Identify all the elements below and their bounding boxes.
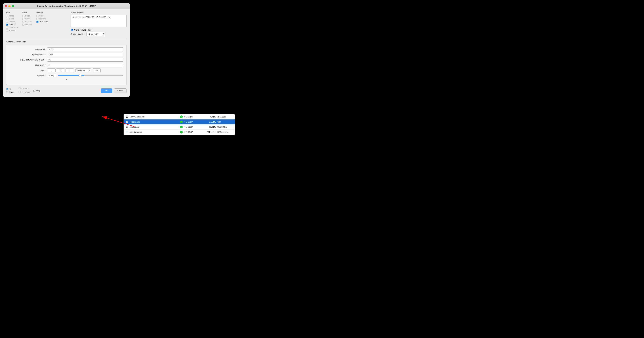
node-faces-label: Node faces: [10, 48, 45, 50]
file-row-nxz[interactable]: 📄 suigaihi.nxz ✓ 今日 23:07 27.1 MB 書類: [124, 119, 234, 125]
wedge-normal-checkbox[interactable]: [36, 18, 38, 20]
mtl-size: 241 バイト: [204, 131, 216, 133]
collapse-arrow[interactable]: ▼: [10, 79, 124, 80]
polygonal-label: Polygonal: [22, 91, 30, 93]
radio-all[interactable]: [6, 88, 8, 90]
texture-name-input[interactable]: Scaniverse_2023_08_07_145151.jpg: [71, 15, 127, 27]
title-bar: Choose Saving Options for: 'Scaniverse_2…: [3, 3, 130, 9]
nxz-size: 27.1 MB: [204, 121, 216, 123]
face-quality-item: Quality: [22, 20, 32, 23]
action-buttons: OK Cancel: [101, 88, 127, 93]
top-node-faces-input[interactable]: [47, 53, 124, 56]
jpg-filename: Scaniv...5151.jpg: [130, 116, 179, 118]
wedge-texcoord-checkbox[interactable]: [36, 21, 38, 23]
obj-status: ✓: [180, 126, 183, 128]
view-pos-chevron: ⬡: [88, 69, 90, 71]
save-texture-checkbox[interactable]: [71, 29, 73, 31]
nxz-type: 書類: [217, 121, 233, 123]
face-normal-checkbox[interactable]: [22, 24, 24, 26]
skip-levels-label: Skip levels: [10, 64, 45, 66]
vert-flags-checkbox[interactable]: [6, 15, 8, 17]
origin-z-input[interactable]: [65, 68, 74, 72]
dialog-body: Vert Flags Color Quality: [3, 9, 130, 97]
vert-label: Vert: [6, 11, 18, 14]
stepper-up-button[interactable]: ▲: [102, 32, 105, 34]
node-faces-input[interactable]: [47, 47, 124, 51]
section-divider: [6, 38, 127, 39]
jpg-type: JPEG画像: [217, 116, 233, 118]
get-button[interactable]: Get: [93, 68, 100, 72]
vert-texcoord-checkbox[interactable]: [6, 26, 8, 28]
stepper-buttons: ▲ ▼: [102, 32, 105, 36]
bottom-section: All None Camera Polygonal H: [6, 87, 127, 94]
file-row-jpg[interactable]: 🖼 Scaniv...5151.jpg ✓ 今日 23:06 6.8 MB JP…: [124, 114, 234, 119]
cancel-button[interactable]: Cancel: [114, 88, 127, 93]
top-node-faces-label: Top node faces: [10, 53, 45, 56]
origin-y-input[interactable]: [56, 68, 65, 72]
vert-quality-item: Quality: [6, 20, 18, 23]
close-button[interactable]: [5, 5, 7, 7]
left-checks: Vert Flags Color Quality: [6, 11, 48, 36]
file-row-obj[interactable]: 🖼 suigaihi.obj ✓ 今日 22:37 11.2 MB OBJ 3D…: [124, 125, 234, 130]
dialog-title: Choose Saving Options for: 'Scaniverse_2…: [37, 5, 96, 7]
face-flags-checkbox[interactable]: [22, 15, 24, 17]
texture-section: Texture Name Scaniverse_2023_08_07_14515…: [71, 11, 127, 36]
save-texture-row: Save Texture File(s): [71, 29, 127, 31]
vert-normal-checkbox[interactable]: [6, 24, 8, 26]
adaptive-row: Adaptive: [10, 74, 124, 77]
origin-x-input[interactable]: [47, 68, 56, 72]
top-node-faces-row: Top node faces: [10, 53, 124, 56]
additional-title: Additional Parameters: [6, 40, 127, 43]
wedge-color-checkbox[interactable]: [36, 15, 38, 17]
vert-texcoord-label: TexCoord: [9, 26, 18, 29]
adaptive-value-input[interactable]: [47, 74, 56, 77]
vert-radius-checkbox[interactable]: [6, 29, 8, 31]
wedge-color-item: Color: [36, 15, 48, 17]
face-normal-item: Normal: [22, 23, 32, 26]
texture-name-title: Texture Name: [71, 11, 127, 14]
mtl-filename: suigaihi.obj.mtl: [130, 131, 179, 133]
vert-quality-checkbox[interactable]: [6, 21, 8, 23]
jpeg-quality-input[interactable]: [47, 58, 124, 62]
texture-quality-stepper[interactable]: -1 (default) ▲ ▼: [86, 32, 105, 36]
jpg-size: 6.8 MB: [204, 116, 216, 118]
radio-group: All None: [6, 88, 14, 93]
face-flags-label: Flags: [25, 15, 30, 17]
jpg-icon: 🖼: [126, 115, 128, 118]
vert-color-checkbox[interactable]: [6, 18, 8, 20]
minimize-button[interactable]: [8, 5, 10, 7]
ok-button[interactable]: OK: [101, 88, 112, 93]
face-quality-checkbox[interactable]: [22, 21, 24, 23]
obj-icon: 🖼: [126, 126, 128, 128]
texture-quality-value: -1 (default): [87, 32, 102, 36]
origin-inputs: View Pos. ⬡ Get: [47, 68, 124, 72]
radio-all-item: All: [6, 88, 14, 90]
file-row-mtl[interactable]: 📄 suigaihi.obj.mtl ✓ 今日 22:37 241 バイト OB…: [124, 130, 234, 135]
maximize-button[interactable]: [12, 5, 14, 7]
face-color-item: Color: [22, 17, 32, 20]
radio-none[interactable]: [6, 91, 8, 93]
camera-checkbox[interactable]: [18, 87, 20, 89]
save-options-dialog: Choose Saving Options for: 'Scaniverse_2…: [3, 3, 130, 97]
wedge-normal-label: Normal: [40, 17, 46, 20]
stepper-down-button[interactable]: ▼: [102, 34, 105, 36]
polygonal-checkbox[interactable]: [18, 91, 20, 93]
vert-flags-label: Flags: [9, 15, 14, 17]
wedge-label: Wedge: [36, 11, 48, 14]
file-browser: 🖼 Scaniv...5151.jpg ✓ 今日 23:06 6.8 MB JP…: [124, 114, 235, 135]
skip-levels-input[interactable]: [47, 63, 124, 67]
face-color-checkbox[interactable]: [22, 18, 24, 20]
nxz-icon: 📄: [126, 121, 128, 123]
vert-color-item: Color: [6, 17, 18, 20]
params-container: Node faces Top node faces JPEG texture q…: [6, 45, 127, 85]
jpeg-quality-row: JPEG texture quality [0-100]: [10, 58, 124, 62]
help-checkbox[interactable]: [33, 90, 35, 92]
nxz-status: ✓: [180, 121, 183, 123]
save-texture-label: Save Texture File(s): [74, 29, 92, 31]
adaptive-slider[interactable]: [58, 75, 124, 76]
vert-radius-label: Radius: [9, 29, 15, 32]
jpg-date: 今日 23:06: [184, 116, 202, 118]
texture-quality-row: Texture Quality: -1 (default) ▲ ▼: [71, 32, 127, 36]
view-pos-select[interactable]: View Pos. ⬡: [75, 68, 91, 72]
obj-size: 11.2 MB: [204, 126, 216, 128]
